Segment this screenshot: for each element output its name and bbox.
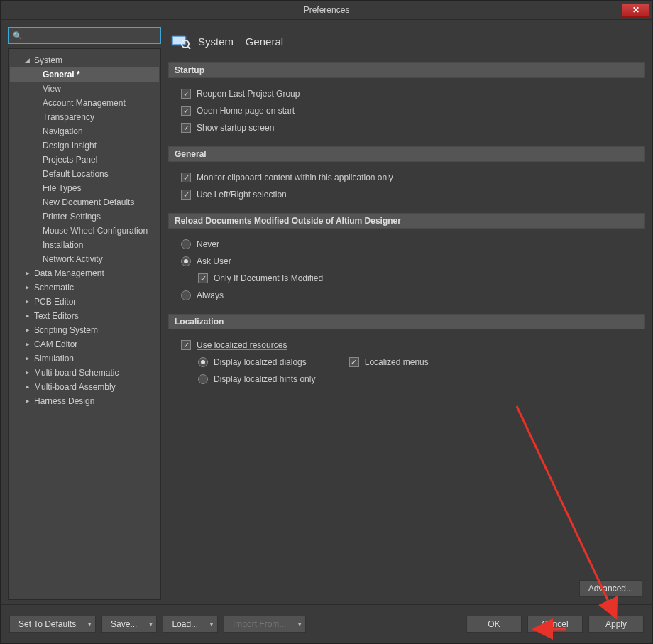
tree-node-multi-board-assembly[interactable]: ▶Multi-board Assembly — [10, 380, 159, 394]
label-display-hints: Display localized hints only — [214, 374, 315, 384]
tree-node-label: System — [34, 55, 62, 65]
radio-display-dialogs[interactable] — [198, 357, 208, 367]
caret-right-icon: ▶ — [23, 271, 31, 276]
row-display-hints[interactable]: Display localized hints only — [181, 371, 642, 388]
label-reload-never: Never — [197, 239, 219, 249]
tree-leaf-new-document-defaults[interactable]: New Document Defaults — [10, 195, 159, 209]
close-button[interactable]: ✕ — [622, 3, 650, 17]
row-localized-menus[interactable]: Localized menus — [349, 357, 429, 367]
tree-leaf-network-activity[interactable]: Network Activity — [10, 252, 159, 266]
chevron-down-icon: ▼ — [292, 616, 302, 632]
tree-leaf-general-[interactable]: General * — [10, 67, 159, 82]
checkbox-localized-menus[interactable] — [349, 357, 359, 367]
sidebar: 🔍 ◢SystemGeneral *ViewAccount Management… — [8, 27, 161, 600]
chevron-down-icon: ▼ — [143, 616, 153, 632]
tree-leaf-account-management[interactable]: Account Management — [10, 96, 159, 110]
set-defaults-label: Set To Defaults — [18, 619, 76, 629]
radio-reload-always[interactable] — [181, 290, 191, 300]
tree-leaf-projects-panel[interactable]: Projects Panel — [10, 153, 159, 167]
chevron-down-icon: ▼ — [82, 616, 92, 632]
tree-node-text-editors[interactable]: ▶Text Editors — [10, 309, 159, 323]
row-reload-always[interactable]: Always — [181, 287, 642, 304]
tree-leaf-navigation[interactable]: Navigation — [10, 124, 159, 138]
tree-node-system[interactable]: ◢System — [10, 53, 159, 67]
advanced-button-label: Advanced... — [588, 584, 633, 594]
caret-right-icon: ▶ — [23, 384, 31, 390]
row-reopen-last[interactable]: Reopen Last Project Group — [181, 85, 642, 102]
label-display-dialogs: Display localized dialogs — [214, 357, 307, 367]
tree-leaf-label: View — [43, 84, 61, 94]
tree-node-simulation[interactable]: ▶Simulation — [10, 351, 159, 366]
titlebar: Preferences ✕ — [0, 0, 653, 20]
radio-reload-never[interactable] — [181, 239, 191, 249]
section-reload: Never Ask User Only If Document Is Modif… — [168, 229, 645, 314]
tree-leaf-file-types[interactable]: File Types — [10, 181, 159, 195]
row-open-home[interactable]: Open Home page on start — [181, 102, 642, 119]
tree-leaf-label: Design Insight — [43, 141, 97, 151]
page-header: System – General — [168, 27, 645, 55]
tree-node-scripting-system[interactable]: ▶Scripting System — [10, 323, 159, 337]
tree-node-harness-design[interactable]: ▶Harness Design — [10, 394, 159, 408]
tree-leaf-label: Default Locations — [43, 169, 109, 179]
tree-leaf-installation[interactable]: Installation — [10, 238, 159, 252]
row-lr-selection[interactable]: Use Left/Right selection — [181, 186, 642, 203]
tree-leaf-label: File Types — [43, 183, 81, 193]
checkbox-show-splash[interactable] — [181, 123, 191, 133]
row-display-dialogs[interactable]: Display localized dialogs — [198, 357, 307, 367]
checkbox-use-localized[interactable] — [181, 340, 191, 350]
tree-node-label: Data Management — [34, 268, 104, 278]
row-monitor-clipboard[interactable]: Monitor clipboard content within this ap… — [181, 169, 642, 186]
tree-leaf-label: Network Activity — [43, 254, 103, 264]
checkbox-monitor-clipboard[interactable] — [181, 173, 191, 182]
load-button[interactable]: Load... ▼ — [163, 616, 218, 633]
radio-reload-ask[interactable] — [181, 256, 191, 266]
tree-node-cam-editor[interactable]: ▶CAM Editor — [10, 337, 159, 351]
tree-node-pcb-editor[interactable]: ▶PCB Editor — [10, 295, 159, 309]
save-button[interactable]: Save... ▼ — [101, 616, 157, 633]
radio-display-hints[interactable] — [198, 374, 208, 384]
tree-node-label: Multi-board Assembly — [34, 382, 116, 392]
apply-button[interactable]: Apply — [588, 616, 644, 633]
row-use-localized[interactable]: Use localized resources — [181, 337, 642, 354]
tree-leaf-default-locations[interactable]: Default Locations — [10, 167, 159, 181]
tree-leaf-label: Installation — [43, 240, 83, 250]
checkbox-reopen-last[interactable] — [181, 89, 191, 99]
import-from-button[interactable]: Import From... ▼ — [224, 616, 306, 633]
tree-node-multi-board-schematic[interactable]: ▶Multi-board Schematic — [10, 366, 159, 380]
tree-leaf-label: Transparency — [43, 112, 94, 122]
tree-leaf-label: Mouse Wheel Configuration — [43, 226, 148, 236]
tree-leaf-mouse-wheel-configuration[interactable]: Mouse Wheel Configuration — [10, 224, 159, 238]
chevron-down-icon: ▼ — [204, 616, 214, 632]
row-show-splash[interactable]: Show startup screen — [181, 119, 642, 136]
search-icon: 🔍 — [13, 31, 23, 40]
tree-leaf-printer-settings[interactable]: Printer Settings — [10, 209, 159, 224]
caret-right-icon: ▶ — [23, 370, 31, 376]
tree-node-data-management[interactable]: ▶Data Management — [10, 266, 159, 280]
footer: Set To Defaults ▼ Save... ▼ Load... ▼ Im… — [0, 604, 653, 644]
tree-leaf-view[interactable]: View — [10, 82, 159, 96]
set-defaults-button[interactable]: Set To Defaults ▼ — [9, 616, 96, 633]
caret-down-icon: ◢ — [23, 57, 31, 64]
cancel-button[interactable]: Cancel — [527, 616, 583, 633]
tree-leaf-design-insight[interactable]: Design Insight — [10, 138, 159, 153]
checkbox-open-home[interactable] — [181, 106, 191, 116]
search-box[interactable]: 🔍 — [8, 27, 161, 44]
search-input[interactable] — [26, 31, 156, 40]
tree-node-schematic[interactable]: ▶Schematic — [10, 280, 159, 295]
save-button-label: Save... — [111, 619, 137, 629]
checkbox-only-if-modified[interactable] — [198, 273, 208, 283]
section-localization: Use localized resources Display localize… — [168, 329, 645, 398]
row-reload-never[interactable]: Never — [181, 236, 642, 253]
checkbox-lr-selection[interactable] — [181, 190, 191, 200]
tree-node-label: Schematic — [34, 283, 74, 293]
section-general: Monitor clipboard content within this ap… — [168, 162, 645, 213]
ok-button[interactable]: OK — [466, 616, 522, 633]
caret-right-icon: ▶ — [23, 299, 31, 305]
advanced-button[interactable]: Advanced... — [579, 580, 642, 597]
apply-button-label: Apply — [605, 619, 627, 629]
tree-leaf-transparency[interactable]: Transparency — [10, 110, 159, 124]
row-reload-ask[interactable]: Ask User — [181, 253, 642, 270]
tree-node-label: PCB Editor — [34, 297, 76, 307]
row-only-if-modified[interactable]: Only If Document Is Modified — [181, 270, 642, 287]
preferences-tree[interactable]: ◢SystemGeneral *ViewAccount ManagementTr… — [8, 48, 161, 600]
